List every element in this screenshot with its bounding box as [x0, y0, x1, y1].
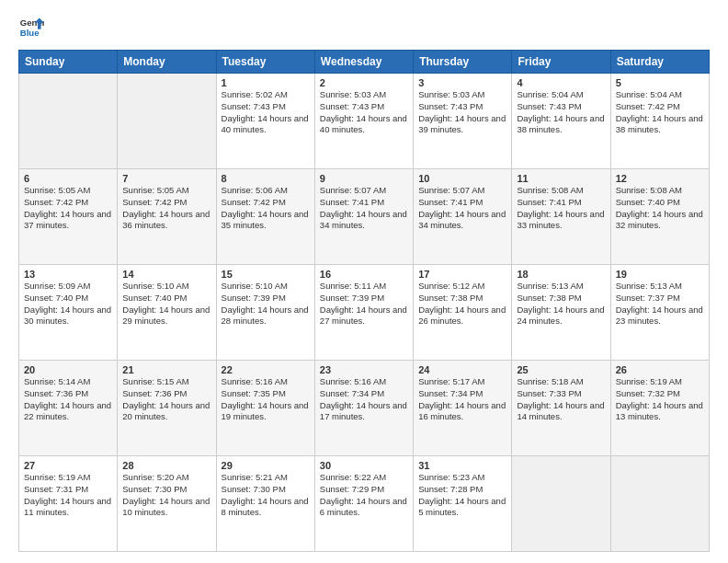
- calendar-cell: 4Sunrise: 5:04 AM Sunset: 7:43 PM Daylig…: [512, 74, 610, 169]
- calendar-cell: [610, 456, 709, 552]
- calendar-cell: 21Sunrise: 5:15 AM Sunset: 7:36 PM Dayli…: [118, 361, 216, 456]
- day-number: 30: [320, 460, 408, 471]
- day-detail: Sunrise: 5:13 AM Sunset: 7:38 PM Dayligh…: [517, 281, 605, 327]
- day-number: 22: [222, 364, 310, 375]
- calendar-cell: 17Sunrise: 5:12 AM Sunset: 7:38 PM Dayli…: [414, 265, 512, 361]
- week-row-5: 27Sunrise: 5:19 AM Sunset: 7:31 PM Dayli…: [19, 456, 710, 552]
- day-number: 5: [616, 77, 704, 88]
- week-row-2: 6Sunrise: 5:05 AM Sunset: 7:42 PM Daylig…: [19, 169, 710, 265]
- day-number: 21: [122, 364, 210, 375]
- day-detail: Sunrise: 5:22 AM Sunset: 7:29 PM Dayligh…: [320, 472, 408, 519]
- day-number: 17: [418, 269, 506, 280]
- day-number: 12: [616, 173, 704, 184]
- col-header-wednesday: Wednesday: [314, 51, 413, 74]
- calendar-cell: 29Sunrise: 5:21 AM Sunset: 7:30 PM Dayli…: [216, 456, 314, 552]
- day-number: 29: [222, 460, 310, 471]
- day-detail: Sunrise: 5:06 AM Sunset: 7:42 PM Dayligh…: [222, 185, 310, 232]
- calendar-cell: 13Sunrise: 5:09 AM Sunset: 7:40 PM Dayli…: [19, 265, 118, 361]
- calendar-cell: 9Sunrise: 5:07 AM Sunset: 7:41 PM Daylig…: [314, 169, 413, 265]
- calendar-cell: 23Sunrise: 5:16 AM Sunset: 7:34 PM Dayli…: [314, 361, 413, 456]
- calendar-cell: 12Sunrise: 5:08 AM Sunset: 7:40 PM Dayli…: [610, 169, 709, 265]
- calendar-cell: 16Sunrise: 5:11 AM Sunset: 7:39 PM Dayli…: [314, 265, 413, 361]
- day-number: 11: [517, 173, 605, 184]
- day-number: 10: [418, 173, 506, 184]
- col-header-monday: Monday: [118, 51, 216, 74]
- calendar-cell: 27Sunrise: 5:19 AM Sunset: 7:31 PM Dayli…: [19, 456, 118, 552]
- day-number: 9: [320, 173, 408, 184]
- calendar-cell: 10Sunrise: 5:07 AM Sunset: 7:41 PM Dayli…: [414, 169, 512, 265]
- day-detail: Sunrise: 5:04 AM Sunset: 7:43 PM Dayligh…: [517, 89, 605, 136]
- calendar-cell: [19, 74, 118, 169]
- col-header-friday: Friday: [512, 51, 610, 74]
- day-number: 18: [517, 269, 605, 280]
- day-number: 14: [122, 269, 210, 280]
- day-detail: Sunrise: 5:05 AM Sunset: 7:42 PM Dayligh…: [24, 185, 112, 232]
- day-number: 7: [122, 173, 210, 184]
- day-detail: Sunrise: 5:14 AM Sunset: 7:36 PM Dayligh…: [24, 376, 112, 423]
- calendar-cell: 24Sunrise: 5:17 AM Sunset: 7:34 PM Dayli…: [414, 361, 512, 456]
- calendar-cell: 31Sunrise: 5:23 AM Sunset: 7:28 PM Dayli…: [414, 456, 512, 552]
- day-detail: Sunrise: 5:16 AM Sunset: 7:34 PM Dayligh…: [320, 376, 408, 423]
- day-detail: Sunrise: 5:03 AM Sunset: 7:43 PM Dayligh…: [320, 89, 408, 136]
- col-header-thursday: Thursday: [414, 51, 512, 74]
- day-detail: Sunrise: 5:16 AM Sunset: 7:35 PM Dayligh…: [222, 376, 310, 423]
- header-row: SundayMondayTuesdayWednesdayThursdayFrid…: [19, 51, 710, 74]
- day-detail: Sunrise: 5:19 AM Sunset: 7:31 PM Dayligh…: [24, 472, 112, 519]
- logo: General Blue: [18, 15, 44, 40]
- calendar-cell: 15Sunrise: 5:10 AM Sunset: 7:39 PM Dayli…: [216, 265, 314, 361]
- calendar-cell: 22Sunrise: 5:16 AM Sunset: 7:35 PM Dayli…: [216, 361, 314, 456]
- day-number: 28: [122, 460, 210, 471]
- calendar-cell: 11Sunrise: 5:08 AM Sunset: 7:41 PM Dayli…: [512, 169, 610, 265]
- day-detail: Sunrise: 5:08 AM Sunset: 7:40 PM Dayligh…: [616, 185, 704, 232]
- header: General Blue: [18, 15, 710, 40]
- calendar-cell: 2Sunrise: 5:03 AM Sunset: 7:43 PM Daylig…: [314, 74, 413, 169]
- calendar-cell: 25Sunrise: 5:18 AM Sunset: 7:33 PM Dayli…: [512, 361, 610, 456]
- day-detail: Sunrise: 5:21 AM Sunset: 7:30 PM Dayligh…: [222, 472, 310, 519]
- calendar-cell: 20Sunrise: 5:14 AM Sunset: 7:36 PM Dayli…: [19, 361, 118, 456]
- calendar-cell: 6Sunrise: 5:05 AM Sunset: 7:42 PM Daylig…: [19, 169, 118, 265]
- calendar-cell: 8Sunrise: 5:06 AM Sunset: 7:42 PM Daylig…: [216, 169, 314, 265]
- day-number: 3: [418, 77, 506, 88]
- day-number: 16: [320, 269, 408, 280]
- day-detail: Sunrise: 5:09 AM Sunset: 7:40 PM Dayligh…: [24, 281, 112, 327]
- calendar-cell: 14Sunrise: 5:10 AM Sunset: 7:40 PM Dayli…: [118, 265, 216, 361]
- day-number: 1: [222, 77, 310, 88]
- day-number: 6: [24, 173, 112, 184]
- calendar-cell: 18Sunrise: 5:13 AM Sunset: 7:38 PM Dayli…: [512, 265, 610, 361]
- week-row-3: 13Sunrise: 5:09 AM Sunset: 7:40 PM Dayli…: [19, 265, 710, 361]
- col-header-tuesday: Tuesday: [216, 51, 314, 74]
- day-detail: Sunrise: 5:11 AM Sunset: 7:39 PM Dayligh…: [320, 281, 408, 327]
- day-detail: Sunrise: 5:03 AM Sunset: 7:43 PM Dayligh…: [418, 89, 506, 136]
- col-header-sunday: Sunday: [19, 51, 118, 74]
- day-number: 31: [418, 460, 506, 471]
- calendar-cell: 28Sunrise: 5:20 AM Sunset: 7:30 PM Dayli…: [118, 456, 216, 552]
- day-number: 8: [222, 173, 310, 184]
- day-detail: Sunrise: 5:12 AM Sunset: 7:38 PM Dayligh…: [418, 281, 506, 327]
- day-detail: Sunrise: 5:04 AM Sunset: 7:42 PM Dayligh…: [616, 89, 704, 136]
- calendar-cell: [118, 74, 216, 169]
- day-detail: Sunrise: 5:10 AM Sunset: 7:40 PM Dayligh…: [122, 281, 210, 327]
- svg-text:Blue: Blue: [20, 28, 40, 38]
- day-detail: Sunrise: 5:18 AM Sunset: 7:33 PM Dayligh…: [517, 376, 605, 423]
- calendar-cell: [512, 456, 610, 552]
- calendar-cell: 1Sunrise: 5:02 AM Sunset: 7:43 PM Daylig…: [216, 74, 314, 169]
- day-detail: Sunrise: 5:20 AM Sunset: 7:30 PM Dayligh…: [122, 472, 210, 519]
- day-number: 19: [616, 269, 704, 280]
- page: General Blue SundayMondayTuesdayWednesda…: [0, 0, 728, 563]
- day-detail: Sunrise: 5:10 AM Sunset: 7:39 PM Dayligh…: [222, 281, 310, 327]
- day-number: 20: [24, 364, 112, 375]
- week-row-4: 20Sunrise: 5:14 AM Sunset: 7:36 PM Dayli…: [19, 361, 710, 456]
- day-number: 24: [418, 364, 506, 375]
- day-number: 13: [24, 269, 112, 280]
- day-number: 26: [616, 364, 704, 375]
- day-detail: Sunrise: 5:08 AM Sunset: 7:41 PM Dayligh…: [517, 185, 605, 232]
- day-number: 27: [24, 460, 112, 471]
- day-detail: Sunrise: 5:17 AM Sunset: 7:34 PM Dayligh…: [418, 376, 506, 423]
- day-detail: Sunrise: 5:15 AM Sunset: 7:36 PM Dayligh…: [122, 376, 210, 423]
- day-detail: Sunrise: 5:13 AM Sunset: 7:37 PM Dayligh…: [616, 281, 704, 327]
- day-number: 23: [320, 364, 408, 375]
- calendar-cell: 19Sunrise: 5:13 AM Sunset: 7:37 PM Dayli…: [610, 265, 709, 361]
- week-row-1: 1Sunrise: 5:02 AM Sunset: 7:43 PM Daylig…: [19, 74, 710, 169]
- calendar-cell: 3Sunrise: 5:03 AM Sunset: 7:43 PM Daylig…: [414, 74, 512, 169]
- day-detail: Sunrise: 5:05 AM Sunset: 7:42 PM Dayligh…: [122, 185, 210, 232]
